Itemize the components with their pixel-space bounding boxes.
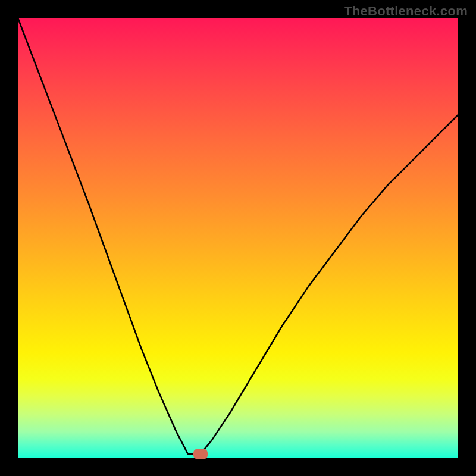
bottleneck-curve [18, 18, 458, 454]
curve-svg [18, 18, 458, 458]
watermark-text: TheBottleneck.com [344, 4, 468, 19]
optimal-point-marker [193, 449, 208, 459]
chart-frame: TheBottleneck.com [0, 0, 476, 476]
